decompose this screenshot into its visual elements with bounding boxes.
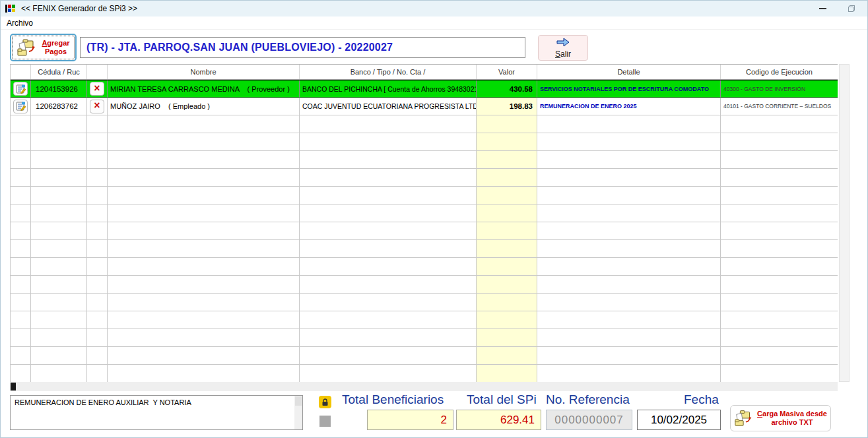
delete-x-icon: × (94, 83, 100, 94)
table-row-empty[interactable] (11, 258, 838, 276)
referencia-label: No. Referencia (546, 392, 630, 408)
table-body: 1204153926 × MIRIAN TERESA CARRASCO MEDI… (11, 80, 838, 382)
header-valor[interactable]: Valor (477, 65, 537, 79)
carga-masiva-button[interactable]: Carga Masiva desde archivo TXT (730, 405, 831, 431)
title-bar: << FENIX Generador de SPi3 >> (1, 1, 867, 16)
lock-icon[interactable] (319, 396, 331, 408)
table-row-empty[interactable] (11, 133, 838, 151)
delete-row-button[interactable]: × (90, 100, 104, 113)
delete-x-icon: × (94, 100, 100, 111)
window-title: << FENIX Generador de SPi3 >> (21, 4, 137, 13)
table-horizontal-scrollbar[interactable] (10, 382, 838, 391)
restore-icon (848, 5, 855, 12)
edit-form-icon (16, 84, 26, 94)
minimize-button[interactable] (811, 1, 834, 16)
header-codigo[interactable]: Codigo de Ejecucion (721, 65, 838, 79)
agregar-pagos-button[interactable]: Agregar Pagos (10, 34, 77, 61)
cell-detalle: REMUNERACION DE ENERO 2025 (537, 98, 721, 115)
menu-archivo[interactable]: Archivo (1, 16, 39, 30)
table-row-empty[interactable] (11, 169, 838, 187)
app-window: << FENIX Generador de SPi3 >> Archivo Ag… (0, 0, 868, 438)
total-beneficiarios-label: Total Beneficiarios (342, 392, 444, 408)
total-spi-field: 629.41 (456, 410, 541, 430)
cell-codigo: 40101 - GASTO CORRIENTE – SUELDOS (721, 98, 838, 115)
table-row-empty[interactable] (11, 311, 838, 329)
edit-row-button[interactable] (13, 82, 28, 96)
fecha-field[interactable]: 10/02/2025 (637, 410, 721, 430)
header-detalle[interactable]: Detalle (537, 65, 721, 79)
table-vertical-scrollbar[interactable] (839, 64, 850, 382)
table-row-empty[interactable] (11, 347, 838, 365)
menu-bar: Archivo (1, 16, 867, 30)
entity-input[interactable]: (TR) - JTA. PARROQ.SAN JUAN (PUEBLOVIEJO… (80, 37, 525, 58)
add-payments-folder-icon (17, 37, 39, 59)
header-banco[interactable]: Banco / Tipo / No. Cta / (300, 65, 477, 79)
referencia-field: 0000000007 (546, 410, 632, 430)
cell-detalle: SERVICIOS NOTARIALES POR DE ESCRITURA CO… (537, 80, 721, 98)
agregar-pagos-label: Agregar Pagos (42, 39, 69, 55)
note-scrollbar[interactable] (294, 396, 302, 429)
total-spi-label: Total del SPi (467, 392, 537, 408)
table-row-empty[interactable] (11, 294, 838, 311)
delete-row-button[interactable]: × (90, 82, 104, 96)
carga-folder-icon (734, 408, 755, 429)
edit-row-button[interactable] (13, 100, 28, 113)
header-nombre[interactable]: Nombre (108, 65, 300, 79)
table-row-empty[interactable] (11, 365, 838, 382)
table-row-empty[interactable] (11, 187, 838, 204)
cell-banco: BANCO DEL PICHINCHA [ Cuenta de Ahorros … (300, 80, 477, 98)
table-row-empty[interactable] (11, 329, 838, 347)
table-header: Cédula / Ruc Nombre Banco / Tipo / No. C… (11, 65, 838, 80)
cell-nombre: MIRIAN TERESA CARRASCO MEDINA ( Proveedo… (108, 80, 300, 98)
salir-button[interactable]: Salir (538, 35, 588, 61)
cell-cedula: 1204153926 (31, 80, 87, 98)
salir-label: Salir (555, 49, 571, 59)
restore-button[interactable] (840, 1, 863, 16)
table-row-empty[interactable] (11, 151, 838, 169)
header-cedula[interactable]: Cédula / Ruc (31, 65, 87, 79)
table-row-empty[interactable] (11, 240, 838, 258)
header-edit (11, 65, 31, 79)
horizontal-scrollbar-thumb[interactable] (11, 383, 16, 391)
exit-arrow-icon (555, 38, 571, 49)
table-row[interactable]: 1204153926 × MIRIAN TERESA CARRASCO MEDI… (11, 80, 838, 98)
payments-table: Cédula / Ruc Nombre Banco / Tipo / No. C… (10, 64, 838, 382)
fecha-label: Fecha (684, 392, 719, 408)
cell-codigo: 40300 - GASTO DE INVERSIÓN (721, 80, 838, 98)
cell-valor: 430.58 (477, 80, 537, 98)
carga-masiva-label: Carga Masiva desde archivo TXT (757, 410, 827, 426)
header-delete (87, 65, 108, 79)
app-icon (5, 3, 16, 14)
cell-cedula: 1206283762 (31, 98, 87, 115)
table-row[interactable]: 1206283762 × MUÑOZ JAIRO ( Empleado ) CO… (11, 98, 838, 115)
table-row-empty[interactable] (11, 222, 838, 240)
note-textarea[interactable]: REMUNERACION DE ENERO AUXILIAR Y NOTARIA (10, 395, 303, 430)
table-row-empty[interactable] (11, 204, 838, 222)
table-row-empty[interactable] (11, 276, 838, 294)
total-beneficiarios-field: 2 (367, 410, 453, 430)
table-row-empty[interactable] (11, 115, 838, 133)
cell-banco: COAC JUVENTUD ECUATORIANA PROGRESISTA LT… (300, 98, 477, 115)
edit-form-icon (16, 102, 26, 111)
indicator-square[interactable] (319, 416, 331, 427)
cell-nombre: MUÑOZ JAIRO ( Empleado ) (108, 98, 300, 115)
cell-valor: 198.83 (477, 98, 537, 115)
